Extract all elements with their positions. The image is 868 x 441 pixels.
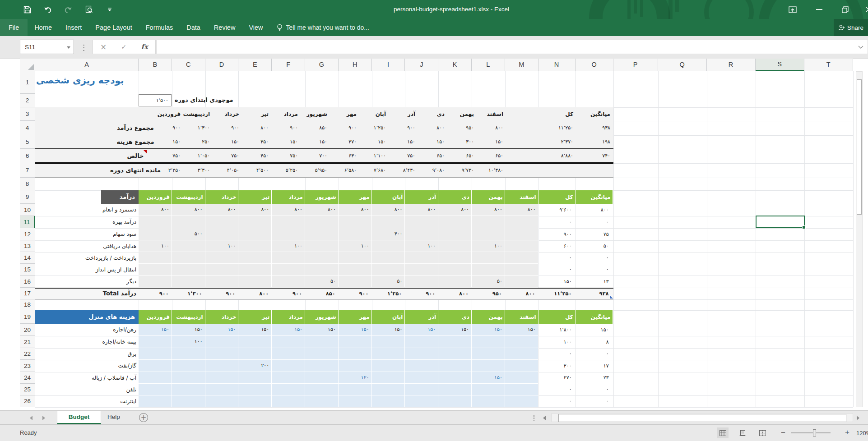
row-header-14[interactable]: 14 (20, 252, 35, 264)
summary-month-header[interactable]: شهریور (299, 107, 327, 121)
data-cell[interactable] (505, 228, 538, 240)
summary-total-cell[interactable]: ۸٬۸۸۰ (537, 149, 573, 163)
data-cell[interactable] (205, 252, 239, 264)
average-cell[interactable]: ۰ (576, 384, 609, 395)
data-cell[interactable] (372, 372, 405, 384)
data-cell[interactable]: ۱۵۰ (505, 324, 538, 336)
data-cell[interactable]: ۸۰۰ (339, 204, 372, 216)
data-cell[interactable] (205, 360, 239, 372)
row-header-5[interactable]: 5 (20, 135, 35, 149)
sheet-tab-budget[interactable]: Budget (57, 411, 101, 424)
summary-cell[interactable]: ۱۵۰ (270, 135, 298, 149)
data-cell[interactable] (139, 264, 172, 276)
data-cell[interactable]: ۸۰۰ (472, 204, 505, 216)
column-header-J[interactable]: J (405, 59, 438, 71)
data-cell[interactable] (172, 360, 205, 372)
summary-cell[interactable]: ۵٬۹۵۰ (299, 163, 327, 178)
data-cell[interactable] (405, 395, 438, 407)
data-cell[interactable] (372, 348, 405, 360)
data-cell[interactable] (139, 252, 172, 264)
data-cell[interactable] (339, 360, 372, 372)
row-header-1[interactable]: 1 (20, 71, 35, 94)
data-cell[interactable]: ۵۰ (472, 276, 505, 288)
average-cell[interactable]: ۷۵ (576, 228, 609, 240)
data-cell[interactable] (339, 276, 372, 288)
data-cell[interactable]: ۱۰۰ (172, 336, 205, 348)
row-header-7[interactable]: 7 (20, 163, 35, 178)
summary-cell[interactable]: ۶۵۰ (446, 149, 474, 163)
data-cell[interactable] (272, 348, 305, 360)
table-row-label[interactable]: بازپرداخت / بازپرداخت (35, 252, 136, 264)
table-row-label[interactable]: بیمه خانه/اجاره (35, 336, 136, 348)
data-cell[interactable] (405, 372, 438, 384)
data-cell[interactable] (172, 276, 205, 288)
zoom-out-button[interactable]: − (781, 428, 785, 437)
data-cell[interactable]: ۱۵۰ (405, 324, 438, 336)
summary-cell[interactable]: ۱۵۰ (417, 135, 445, 149)
data-cell[interactable] (472, 336, 505, 348)
average-cell[interactable]: ۰ (576, 395, 609, 407)
summary-cell[interactable]: ۱۵۰ (387, 135, 415, 149)
data-cell[interactable] (272, 228, 305, 240)
data-cell[interactable]: ۱۵۰ (472, 324, 505, 336)
column-header-H[interactable]: H (339, 59, 372, 71)
data-cell[interactable] (472, 216, 505, 228)
total-cell[interactable]: ۶۰۰ (538, 240, 572, 252)
data-cell[interactable] (238, 372, 272, 384)
summary-cell[interactable]: ۳۰۰ (446, 135, 474, 149)
next-sheet-icon[interactable] (42, 416, 45, 420)
data-cell[interactable]: ۵۰ (305, 276, 339, 288)
data-cell[interactable] (272, 395, 305, 407)
column-header-B[interactable]: B (139, 59, 172, 71)
row-header-11[interactable]: 11 (20, 216, 35, 228)
summary-average-cell[interactable] (574, 163, 610, 178)
data-cell[interactable] (172, 216, 205, 228)
horizontal-scrollbar-thumb[interactable] (558, 414, 846, 422)
data-cell[interactable] (305, 252, 339, 264)
data-cell[interactable] (405, 252, 438, 264)
data-cell[interactable] (372, 395, 405, 407)
data-cell[interactable] (205, 348, 239, 360)
vertical-scrollbar-thumb[interactable] (857, 79, 862, 215)
data-cell[interactable] (405, 384, 438, 395)
row-header-19[interactable]: 19 (20, 310, 35, 324)
data-cell[interactable] (339, 336, 372, 348)
data-cell[interactable]: ۵۰۰ (172, 228, 205, 240)
income-total-value[interactable]: ۹۰۰ (405, 288, 435, 299)
data-cell[interactable] (205, 276, 239, 288)
zoom-slider-track[interactable] (791, 432, 831, 433)
summary-cell[interactable]: ۹۵۰ (446, 121, 474, 135)
data-cell[interactable] (172, 395, 205, 407)
data-cell[interactable] (272, 384, 305, 395)
data-cell[interactable]: ۱۰۰ (405, 240, 438, 252)
column-header-P[interactable]: P (613, 59, 658, 71)
summary-total-cell[interactable]: ۱۱٬۲۵۰ (537, 121, 573, 135)
data-cell[interactable]: ۱۵۰ (272, 324, 305, 336)
new-sheet-button[interactable]: + (139, 413, 148, 422)
data-cell[interactable] (505, 384, 538, 395)
data-cell[interactable]: ۵۰ (372, 276, 405, 288)
data-cell[interactable]: ۸۰۰ (305, 204, 339, 216)
data-cell[interactable] (272, 360, 305, 372)
row-header-10[interactable]: 10 (20, 204, 35, 216)
data-cell[interactable] (305, 228, 339, 240)
data-cell[interactable] (305, 216, 339, 228)
data-cell[interactable] (405, 348, 438, 360)
row-header-4[interactable]: 4 (20, 121, 35, 135)
data-cell[interactable] (238, 348, 272, 360)
data-cell[interactable]: ۸۰۰ (438, 204, 472, 216)
data-cell[interactable] (205, 228, 239, 240)
data-cell[interactable] (238, 384, 272, 395)
row-header-22[interactable]: 22 (20, 348, 35, 360)
fill-handle[interactable] (802, 225, 806, 229)
row-header-9[interactable]: 9 (20, 190, 35, 204)
data-cell[interactable] (172, 252, 205, 264)
data-cell[interactable] (372, 252, 405, 264)
average-cell[interactable]: ۰ (576, 216, 609, 228)
data-cell[interactable] (472, 228, 505, 240)
column-header-R[interactable]: R (707, 59, 756, 71)
summary-cell[interactable]: ۱٬۰۵۰ (182, 149, 210, 163)
row-header-15[interactable]: 15 (20, 264, 35, 276)
data-cell[interactable] (272, 276, 305, 288)
data-cell[interactable] (438, 372, 472, 384)
